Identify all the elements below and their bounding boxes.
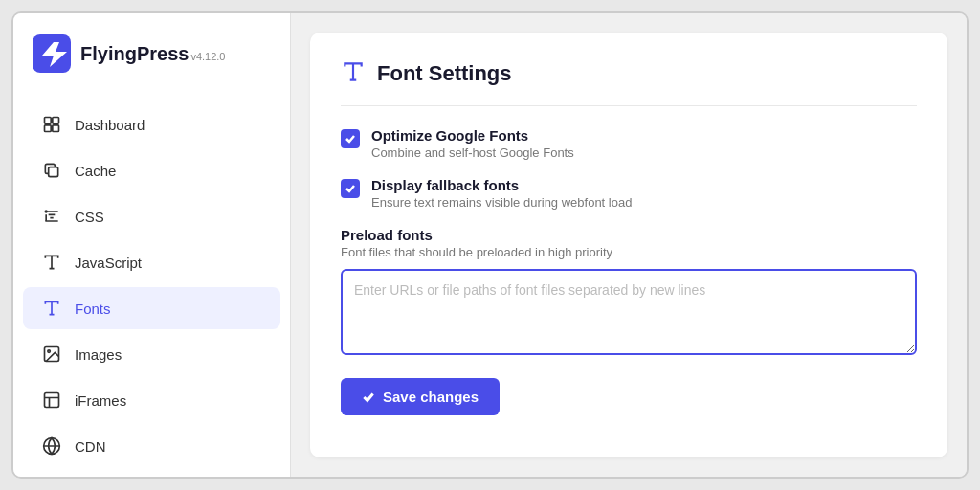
- images-icon: [42, 345, 61, 364]
- svg-rect-1: [45, 118, 52, 124]
- app-container: FlyingPressv4.12.0 Dashboard: [11, 11, 969, 479]
- css-icon: [42, 207, 61, 226]
- sidebar-item-cdn[interactable]: CDN: [23, 425, 280, 467]
- svg-point-12: [48, 350, 51, 353]
- content-card: Font Settings Optimize Google Fonts Comb…: [310, 33, 947, 457]
- app-version: v4.12.0: [190, 51, 225, 62]
- sidebar-item-label: JavaScript: [75, 255, 142, 271]
- page-header: Font Settings: [341, 59, 917, 106]
- svg-rect-13: [45, 393, 59, 408]
- sidebar-logo: FlyingPressv4.12.0: [13, 13, 290, 94]
- svg-rect-4: [53, 125, 59, 132]
- sidebar-item-label: iFrames: [75, 392, 126, 409]
- cdn-icon: [42, 436, 61, 456]
- sidebar-item-label: Cache: [75, 163, 116, 179]
- sidebar-item-label: CSS: [75, 209, 104, 225]
- sidebar-item-images[interactable]: Images: [23, 333, 280, 375]
- sidebar-item-javascript[interactable]: JavaScript: [23, 241, 280, 283]
- js-icon: [42, 253, 61, 272]
- optimize-google-fonts-checkbox[interactable]: [341, 129, 360, 148]
- preload-fonts-textarea[interactable]: [341, 269, 917, 355]
- checkmark-icon: [362, 390, 375, 404]
- sidebar-item-fonts[interactable]: Fonts: [23, 287, 280, 329]
- save-button-label: Save changes: [383, 389, 479, 405]
- main-content: Font Settings Optimize Google Fonts Comb…: [291, 13, 967, 477]
- save-changes-button[interactable]: Save changes: [341, 378, 500, 415]
- sidebar: FlyingPressv4.12.0 Dashboard: [13, 13, 291, 477]
- sidebar-item-label: CDN: [75, 438, 106, 455]
- display-fallback-fonts-label: Display fallback fonts: [371, 177, 632, 193]
- iframes-icon: [42, 390, 61, 410]
- sidebar-item-iframes[interactable]: iFrames: [23, 379, 280, 421]
- display-fallback-fonts-desc: Ensure text remains visible during webfo…: [371, 195, 632, 210]
- svg-point-6: [45, 211, 47, 212]
- preload-fonts-description: Font files that should be preloaded in h…: [341, 245, 917, 259]
- cache-icon: [42, 161, 61, 180]
- flyingpress-logo-icon: [33, 34, 71, 73]
- sidebar-item-cache[interactable]: Cache: [23, 149, 280, 191]
- setting-optimize-google-fonts: Optimize Google Fonts Combine and self-h…: [341, 127, 917, 160]
- preload-fonts-section: Preload fonts Font files that should be …: [341, 227, 917, 359]
- svg-rect-5: [49, 167, 58, 177]
- app-name: FlyingPress: [80, 43, 189, 64]
- sidebar-item-label: Images: [75, 346, 122, 363]
- sidebar-navigation: Dashboard Cache: [13, 94, 290, 477]
- setting-display-fallback-fonts: Display fallback fonts Ensure text remai…: [341, 177, 917, 210]
- sidebar-item-dashboard[interactable]: Dashboard: [23, 103, 280, 145]
- display-fallback-fonts-checkbox[interactable]: [341, 179, 360, 198]
- sidebar-item-label: Fonts: [75, 301, 111, 317]
- font-settings-icon: [341, 59, 366, 88]
- svg-rect-3: [45, 125, 52, 132]
- dashboard-icon: [42, 115, 61, 134]
- optimize-google-fonts-label: Optimize Google Fonts: [371, 127, 574, 144]
- preload-fonts-label: Preload fonts: [341, 227, 917, 243]
- svg-rect-2: [53, 118, 59, 124]
- logo-text-group: FlyingPressv4.12.0: [80, 43, 225, 65]
- sidebar-item-css[interactable]: CSS: [23, 195, 280, 237]
- fonts-icon: [42, 299, 61, 318]
- sidebar-item-label: Dashboard: [75, 117, 145, 133]
- page-title: Font Settings: [377, 61, 512, 86]
- display-fallback-fonts-text: Display fallback fonts Ensure text remai…: [371, 177, 632, 210]
- optimize-google-fonts-text: Optimize Google Fonts Combine and self-h…: [371, 127, 574, 160]
- optimize-google-fonts-desc: Combine and self-host Google Fonts: [371, 145, 574, 160]
